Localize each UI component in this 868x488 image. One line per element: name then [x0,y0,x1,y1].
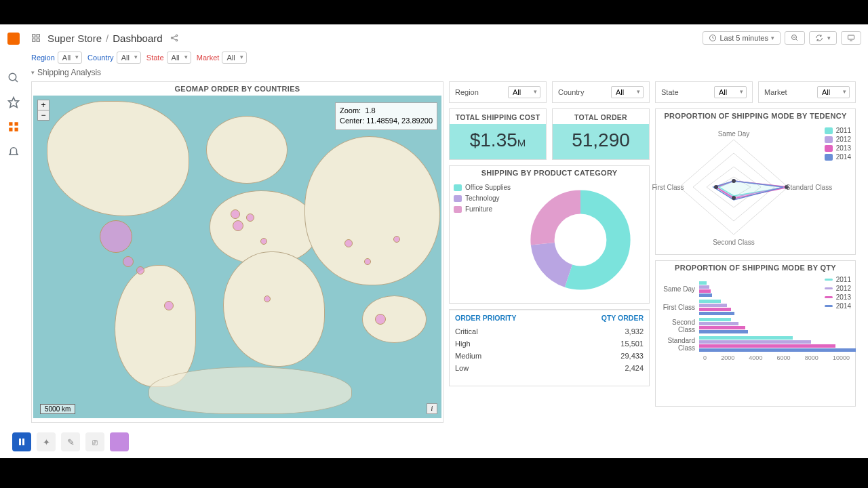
table-header[interactable]: QTY ORDER [564,310,649,326]
refresh-button[interactable]: ▾ [809,31,837,45]
donut-panel: SHIPPING BY PRODUCT CATEGORY Office Supp… [449,165,650,304]
svg-rect-4 [15,122,18,125]
stat-title: TOTAL ORDER [553,109,649,124]
share-icon[interactable] [170,33,179,43]
apps-icon[interactable] [31,33,41,43]
hbar-panel: PROPORTION OF SHIPPING MODE BY QTY 2011 … [655,260,856,407]
stat-title: TOTAL SHIPPING COST [450,109,546,124]
svg-point-12 [176,35,177,36]
row-title[interactable]: Shipping Analysis [31,68,861,77]
panel-filter-country: Country All [552,81,650,103]
zoom-out-button[interactable] [785,31,805,45]
table-header[interactable]: ORDER PRIORITY [450,310,564,326]
stat-total-shipping-cost: TOTAL SHIPPING COST $1.35M [449,108,547,160]
svg-rect-8 [37,35,39,37]
svg-rect-7 [33,35,35,37]
tool-button-1[interactable]: ✦ [37,432,56,451]
legend-item[interactable]: Office Supplies [454,184,512,191]
legend-item[interactable]: 2014 [825,302,851,310]
filter-select-country[interactable]: All [117,52,141,64]
svg-rect-9 [33,39,35,41]
table-row[interactable]: Critical3,932 [450,325,649,338]
svg-rect-5 [9,128,12,131]
order-priority-panel: ORDER PRIORITYQTY ORDER Critical3,932 Hi… [449,309,650,386]
radar-chart[interactable]: 2011 2012 2013 2014 [656,123,855,251]
svg-rect-3 [9,122,12,125]
legend-item[interactable]: 2013 [825,144,851,152]
tool-button-2[interactable]: ✎ [61,432,80,451]
search-icon[interactable] [7,72,20,84]
svg-point-36 [714,185,718,189]
filter-label-state: State [146,54,164,62]
dashboards-icon[interactable] [7,121,20,133]
svg-rect-10 [37,39,39,41]
svg-point-35 [732,196,736,200]
svg-point-33 [732,179,736,183]
hbar-chart[interactable]: 2011 2012 2013 2014 Same DayFirst ClassS… [656,274,855,403]
stat-total-order: TOTAL ORDER 51,290 [552,108,650,160]
legend-item[interactable]: 2014 [825,153,851,161]
panel-filter-region-select[interactable]: All [508,86,540,98]
bar-group: Same Day [656,281,852,297]
filter-label-country: Country [87,54,114,62]
table-row[interactable]: Low2,424 [450,362,649,374]
bar-group: First Class [656,300,852,315]
legend-item[interactable]: Furniture [454,205,512,213]
legend-item[interactable]: Technology [454,195,512,202]
panel-filter-region: Region All [449,81,547,103]
breadcrumb-page[interactable]: Dashboard [113,33,162,44]
tool-button-3[interactable]: ⎚ [85,432,104,451]
grafana-logo-icon[interactable] [7,33,20,45]
map-info-overlay: Zoom: 1.8 Center: 11.48594, 23.89200 [335,102,437,130]
svg-point-0 [9,73,16,81]
panel-title-hbar: PROPORTION OF SHIPPING MODE BY QTY [656,261,855,274]
filter-select-state[interactable]: All [167,52,191,64]
svg-rect-38 [22,439,24,445]
panel-filter-country-select[interactable]: All [611,86,644,98]
legend-item[interactable]: 2012 [825,285,851,292]
svg-point-13 [176,39,177,41]
legend-item[interactable]: 2011 [825,127,851,134]
table-row[interactable]: High15,501 [450,338,649,350]
donut-chart[interactable] [512,180,649,300]
bar-group: Standard Class [656,336,852,352]
zoom-in-button[interactable]: + [38,100,49,110]
zoom-out-icon [791,34,799,42]
radar-panel: PROPORTION OF SHIPPING MODE BY TEDENCY 2… [655,108,856,255]
svg-line-14 [172,36,176,37]
map-canvas[interactable]: + − Zoom: 1.8 Center: 11.48594, 23.89200… [33,96,441,418]
clock-icon [709,34,717,42]
time-picker[interactable]: Last 5 minutes ▾ [703,31,781,45]
monitor-icon [847,34,855,42]
breadcrumb[interactable]: Super Store / Dashboard [47,33,163,44]
filter-select-region[interactable]: All [58,52,82,64]
svg-line-19 [796,39,798,41]
legend-item[interactable]: 2011 [825,276,851,283]
bell-icon[interactable] [7,145,20,157]
star-icon[interactable] [7,96,20,108]
panel-filter-state-select[interactable]: All [714,86,747,98]
geomap-panel: GEOMAP ORDER BY COUNTRIES [31,81,443,423]
panel-filter-market-select[interactable]: All [817,86,850,98]
filter-label-region: Region [31,54,55,62]
zoom-out-button[interactable]: − [38,110,49,120]
map-zoom-controls: + − [37,100,50,121]
time-picker-label: Last 5 minutes [719,34,768,42]
legend-item[interactable]: 2013 [825,293,851,301]
tv-mode-button[interactable] [841,31,861,45]
donut-legend: Office Supplies Technology Furniture [450,180,512,300]
svg-rect-37 [19,439,21,445]
breadcrumb-folder[interactable]: Super Store [47,33,102,44]
hbar-legend: 2011 2012 2013 2014 [825,276,851,311]
panel-title-radar: PROPORTION OF SHIPPING MODE BY TEDENCY [656,109,855,123]
table-row[interactable]: Medium29,433 [450,350,649,362]
filter-select-market[interactable]: All [222,52,246,64]
panel-filter-market: Market All [758,81,856,103]
legend-item[interactable]: 2012 [825,136,851,143]
tool-color-button[interactable] [110,432,129,451]
panel-title-geomap: GEOMAP ORDER BY COUNTRIES [32,82,443,96]
refresh-icon [815,34,823,42]
map-attribution-button[interactable]: i [427,403,437,414]
svg-line-1 [15,79,18,82]
pause-button[interactable] [12,432,31,451]
